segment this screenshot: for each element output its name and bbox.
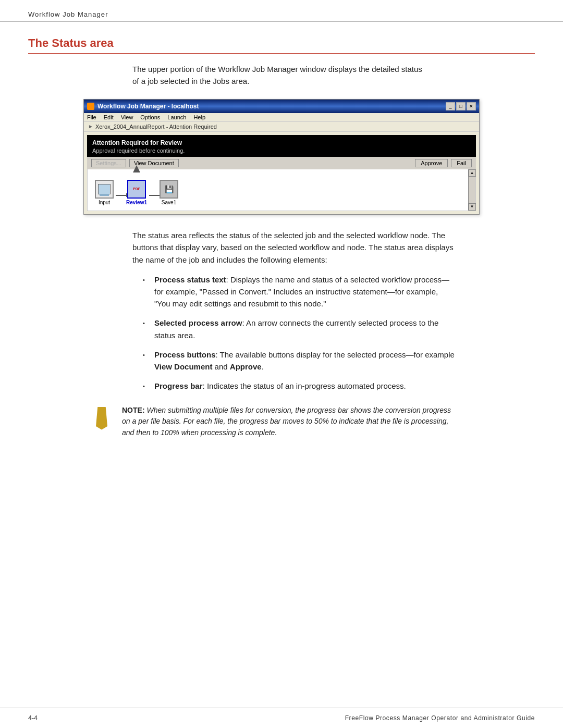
bullet-dot-3: •: [143, 351, 148, 373]
connector-arrow-icon: [116, 195, 126, 196]
bullet-term-4: Progress bar: [154, 381, 203, 390]
window-titlebar: Workflow Job Manager - localhost _ □ ✕: [84, 100, 479, 113]
bullet-dot-2: •: [143, 319, 148, 341]
connector-1: [116, 195, 126, 196]
bullet-term-2: Selected process arrow: [154, 318, 242, 327]
bullet-item-3: • Process buttons: The available buttons…: [143, 349, 456, 373]
scroll-down-button[interactable]: ▼: [469, 203, 476, 211]
bullet-text-3: Process buttons: The available buttons d…: [154, 349, 456, 373]
bullet-text-4: Progress bar: Indicates the status of an…: [154, 380, 456, 392]
bullet-text-2: Selected process arrow: An arrow connect…: [154, 317, 456, 341]
approve-inline: Approve: [230, 362, 262, 371]
menu-edit[interactable]: Edit: [104, 114, 114, 120]
save-icon: 💾: [165, 185, 174, 193]
bullet-term-1: Process status text: [154, 275, 226, 284]
node-input: Input: [95, 180, 114, 205]
pencil-shape: [96, 407, 107, 430]
menu-launch[interactable]: Launch: [167, 114, 186, 120]
view-document-inline: View Document: [154, 362, 212, 371]
status-buttons-row: Settings... View Document Approve Fail: [87, 157, 476, 169]
restore-button[interactable]: □: [456, 102, 466, 110]
status-area: Attention Required for Review Approval r…: [87, 135, 476, 157]
menu-help[interactable]: Help: [193, 114, 205, 120]
input-tray-icon: [98, 184, 111, 194]
note-label: NOTE:: [122, 406, 146, 414]
bullet-content-4: : Indicates the status of an in-progress…: [203, 381, 406, 390]
scrollbar[interactable]: ▲ ▼: [468, 169, 475, 211]
breadcrumb-text: Xerox_2004_AnnualReport - Attention Requ…: [95, 124, 217, 130]
note-pencil-icon: [91, 405, 113, 432]
close-button[interactable]: ✕: [467, 102, 476, 110]
status-title: Attention Required for Review: [92, 139, 471, 146]
bullet-dot-1: •: [143, 276, 148, 310]
section-heading: The Status area: [28, 36, 535, 54]
fail-button[interactable]: Fail: [451, 159, 472, 167]
intro-text: The upper portion of the Workflow Job Ma…: [132, 63, 424, 88]
review1-node-label: Review1: [126, 200, 147, 205]
input-node-label: Input: [99, 200, 110, 205]
pdf-label: PDF: [133, 187, 140, 191]
approve-button[interactable]: Approve: [415, 159, 448, 167]
bullet-item-4: • Progress bar: Indicates the status of …: [143, 380, 456, 392]
bullet-content-3b: and: [212, 362, 229, 371]
page-container: Workflow Job Manager The Status area The…: [0, 0, 563, 728]
note-section: NOTE: When submitting multiple files for…: [91, 405, 456, 439]
minimize-button[interactable]: _: [446, 102, 455, 110]
bullet-dot-4: •: [143, 382, 148, 392]
bullet-list: • Process status text: Displays the name…: [143, 274, 456, 392]
connector-arrow-2-icon: [149, 195, 160, 196]
review1-node-icon[interactable]: PDF: [127, 180, 146, 199]
settings-button[interactable]: Settings...: [91, 159, 126, 167]
menu-view[interactable]: View: [121, 114, 133, 120]
breadcrumb-bar: ► Xerox_2004_AnnualReport - Attention Re…: [84, 122, 479, 132]
bullet-item-1: • Process status text: Displays the name…: [143, 274, 456, 310]
window-title: Workflow Job Manager - localhost: [87, 103, 199, 110]
bullet-item-2: • Selected process arrow: An arrow conne…: [143, 317, 456, 341]
window-controls[interactable]: _ □ ✕: [446, 102, 476, 110]
bullet-term-3: Process buttons: [154, 350, 216, 359]
save1-node-icon: 💾: [160, 180, 178, 199]
bullet-content-3c: .: [262, 362, 264, 371]
content-spacer: [0, 573, 563, 708]
node-review1: PDF Review1: [126, 180, 147, 205]
footer-guide-title: FreeFlow Process Manager Operator and Ad…: [345, 714, 535, 722]
scroll-track[interactable]: [469, 177, 475, 203]
bullet-text-1: Process status text: Displays the name a…: [154, 274, 456, 310]
menu-file[interactable]: File: [87, 114, 96, 120]
note-text: NOTE: When submitting multiple files for…: [122, 405, 456, 439]
save1-node-label: Save1: [162, 200, 176, 205]
menu-bar: File Edit View Options Launch Help: [84, 113, 479, 122]
page-number: 4-4: [28, 714, 38, 722]
page-footer: 4-4 FreeFlow Process Manager Operator an…: [0, 708, 563, 728]
bullet-content-3a: : The available buttons display for the …: [216, 350, 455, 359]
workflow-nodes-area: Input PDF Review1: [87, 169, 476, 211]
breadcrumb-arrow-icon: ►: [88, 124, 93, 129]
status-subtitle: Approval required before continuing.: [92, 147, 471, 154]
connector-2: [149, 195, 160, 196]
body-paragraph: The status area reflects the status of t…: [132, 229, 456, 266]
menu-options[interactable]: Options: [140, 114, 160, 120]
input-node-icon: [95, 180, 114, 199]
selected-process-arrow: [133, 165, 140, 172]
header-title: Workflow Job Manager: [28, 10, 108, 18]
note-content: When submitting multiple files for conve…: [122, 406, 451, 437]
scroll-up-button[interactable]: ▲: [469, 169, 476, 177]
node-save1: 💾 Save1: [160, 180, 178, 205]
workflow-job-manager-window: Workflow Job Manager - localhost _ □ ✕ F…: [83, 99, 480, 215]
main-content: The Status area The upper portion of the…: [0, 22, 563, 573]
window-title-text: Workflow Job Manager - localhost: [97, 103, 199, 110]
page-header: Workflow Job Manager: [0, 0, 563, 22]
app-icon: [87, 103, 94, 110]
